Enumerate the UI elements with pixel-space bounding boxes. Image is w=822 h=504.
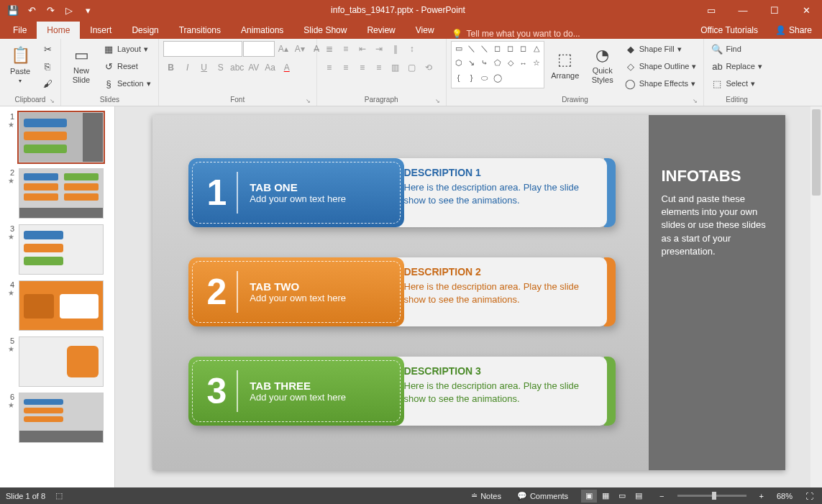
tab-design[interactable]: Design	[122, 22, 168, 39]
smartart-button[interactable]: ⟲	[421, 60, 437, 75]
thumbnail-image[interactable]	[19, 336, 104, 387]
shape-effects-button[interactable]: ◯Shape Effects ▾	[622, 75, 700, 91]
format-painter-button[interactable]: 🖌	[39, 75, 56, 91]
tell-me-search[interactable]: 💡 Tell me what you want to do...	[444, 29, 588, 39]
thumbnail-image[interactable]	[19, 393, 104, 443]
font-family-select[interactable]	[163, 41, 242, 57]
slide-canvas-area[interactable]: 1 TAB ONE Add your own text here DESCRIP…	[115, 106, 822, 487]
bullets-button[interactable]: ≣	[321, 41, 337, 57]
align-right-button[interactable]: ≡	[355, 60, 370, 75]
arrange-button[interactable]: ⬚ Arrange	[547, 41, 583, 90]
tab-insert[interactable]: Insert	[80, 22, 122, 39]
justify-button[interactable]: ≡	[371, 60, 387, 75]
numbering-button[interactable]: ≡	[338, 41, 354, 57]
italic-button[interactable]: I	[180, 60, 196, 75]
text-direction-button[interactable]: ↕	[404, 41, 420, 57]
select-button[interactable]: ⬚Select ▾	[708, 75, 764, 91]
tab-review[interactable]: Review	[357, 22, 405, 39]
share-button[interactable]: 👤 Share	[768, 22, 819, 38]
thumbnail-2[interactable]: 2★	[0, 167, 114, 223]
start-from-beginning-button[interactable]: ▷	[60, 2, 78, 18]
save-button[interactable]: 💾	[4, 2, 22, 18]
undo-button[interactable]: ↶	[23, 2, 40, 18]
infotab-3[interactable]: 3 TAB THREE Add your own text here DESCR…	[188, 357, 634, 426]
vertical-scrollbar[interactable]	[810, 106, 822, 487]
clipboard-launcher[interactable]: ↘	[50, 98, 55, 104]
align-center-button[interactable]: ≡	[338, 60, 354, 75]
restore-button[interactable]: ☐	[759, 0, 790, 20]
sorter-view-button[interactable]: ▦	[598, 490, 613, 503]
fit-to-window-button[interactable]: ⛶	[803, 492, 816, 500]
font-size-select[interactable]	[243, 41, 275, 57]
increase-font-button[interactable]: A▴	[275, 41, 291, 57]
decrease-font-button[interactable]: A▾	[292, 41, 308, 57]
reset-button[interactable]: ↺Reset	[100, 58, 154, 74]
slide-counter[interactable]: Slide 1 of 8	[6, 492, 45, 500]
columns-button[interactable]: ▥	[388, 60, 403, 75]
tab-description-3[interactable]: DESCRIPTION 3 Here is the description ar…	[391, 357, 607, 426]
spell-check-icon[interactable]: ⬚	[55, 491, 63, 500]
tab-description-1[interactable]: DESCRIPTION 1 Here is the description ar…	[391, 158, 607, 227]
thumbnail-image[interactable]	[19, 280, 104, 331]
cut-button[interactable]: ✂	[39, 41, 56, 57]
shapes-gallery[interactable]: ▭＼＼◻◻◻ △⬡↘⤷⬠◇ ↔☆{}⬭◯	[451, 41, 544, 88]
thumbnail-5[interactable]: 5★	[0, 335, 114, 391]
tab-file[interactable]: File	[3, 22, 37, 39]
redo-button[interactable]: ↷	[42, 2, 59, 18]
thumbnail-image[interactable]	[19, 224, 104, 275]
thumbnail-6[interactable]: 6★	[0, 391, 114, 447]
line-spacing-button[interactable]: ‖	[388, 41, 403, 57]
font-launcher[interactable]: ↘	[306, 98, 311, 104]
copy-button[interactable]: ⎘	[39, 58, 56, 74]
font-color-button[interactable]: A	[279, 60, 295, 75]
change-case-button[interactable]: Aa	[262, 60, 278, 75]
thumbnail-3[interactable]: 3★	[0, 223, 114, 279]
slide[interactable]: 1 TAB ONE Add your own text here DESCRIP…	[152, 115, 785, 470]
slideshow-view-button[interactable]: ▤	[631, 490, 647, 503]
shadow-button[interactable]: abc	[229, 60, 245, 75]
comments-button[interactable]: 💬Comments	[514, 491, 571, 500]
align-left-button[interactable]: ≡	[321, 60, 337, 75]
bold-button[interactable]: B	[163, 60, 179, 75]
paste-button[interactable]: 📋 Paste ▾	[4, 41, 36, 90]
new-slide-button[interactable]: ▭ New Slide	[65, 41, 97, 90]
reading-view-button[interactable]: ▭	[614, 490, 630, 503]
char-spacing-button[interactable]: AV	[246, 60, 262, 75]
quick-styles-button[interactable]: ◔ Quick Styles	[586, 41, 619, 90]
infotab-2[interactable]: 2 TAB TWO Add your own text here DESCRIP…	[188, 257, 634, 326]
replace-button[interactable]: abReplace ▾	[708, 58, 764, 74]
notes-button[interactable]: ≐Notes	[468, 491, 504, 500]
thumbnail-image[interactable]	[19, 112, 104, 162]
zoom-out-button[interactable]: −	[657, 492, 667, 500]
decrease-indent-button[interactable]: ⇤	[355, 41, 370, 57]
drawing-launcher[interactable]: ↘	[693, 98, 698, 104]
section-button[interactable]: §Section ▾	[100, 75, 154, 91]
find-button[interactable]: 🔍Find	[708, 41, 764, 57]
tab-header-2[interactable]: 2 TAB TWO Add your own text here	[188, 257, 404, 326]
shape-outline-button[interactable]: ◇Shape Outline ▾	[622, 58, 700, 74]
tab-header-3[interactable]: 3 TAB THREE Add your own text here	[188, 357, 404, 426]
zoom-slider[interactable]	[677, 495, 746, 497]
paragraph-launcher[interactable]: ↘	[435, 98, 440, 104]
thumbnail-4[interactable]: 4★	[0, 279, 114, 335]
office-tutorials-link[interactable]: Office Tutorials	[690, 22, 768, 39]
minimize-button[interactable]: —	[727, 0, 759, 20]
shape-fill-button[interactable]: ◆Shape Fill ▾	[622, 41, 700, 57]
underline-button[interactable]: U	[196, 60, 212, 75]
strikethrough-button[interactable]: S	[213, 60, 229, 75]
tab-home[interactable]: Home	[37, 22, 80, 39]
tab-animations[interactable]: Animations	[231, 22, 293, 39]
zoom-in-button[interactable]: +	[757, 492, 767, 500]
infotab-1[interactable]: 1 TAB ONE Add your own text here DESCRIP…	[188, 158, 634, 227]
close-button[interactable]: ✕	[790, 0, 822, 20]
zoom-level[interactable]: 68%	[777, 492, 793, 500]
ribbon-display-options-button[interactable]: ▭	[695, 0, 727, 20]
scrollbar-thumb[interactable]	[812, 109, 821, 196]
increase-indent-button[interactable]: ⇥	[371, 41, 387, 57]
tab-transitions[interactable]: Transitions	[169, 22, 231, 39]
normal-view-button[interactable]: ▣	[581, 490, 597, 503]
qat-customize-button[interactable]: ▾	[79, 2, 96, 18]
tab-header-1[interactable]: 1 TAB ONE Add your own text here	[188, 158, 404, 227]
slide-sidebar[interactable]: INFOTABS Cut and paste these elements in…	[649, 115, 785, 470]
slide-thumbnail-panel[interactable]: 1★ 2★ 3★	[0, 106, 115, 487]
